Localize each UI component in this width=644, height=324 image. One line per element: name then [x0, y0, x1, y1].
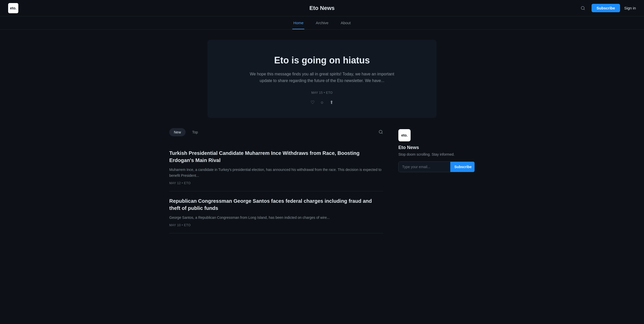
article-excerpt: George Santos, a Republican Congressman …: [169, 215, 383, 220]
nav-item-about[interactable]: About: [340, 17, 352, 29]
article-title[interactable]: Republican Congressman George Santos fac…: [169, 197, 383, 212]
feed-search-button[interactable]: [379, 130, 383, 135]
header-sign-in-button[interactable]: Sign in: [624, 6, 636, 10]
sidebar-subscribe-button[interactable]: Subscribe: [450, 162, 475, 172]
hero-actions: ♡ ○ ⬆: [218, 100, 426, 105]
comment-icon[interactable]: ○: [321, 100, 324, 105]
tab-top[interactable]: Top: [188, 128, 203, 136]
sidebar: eto. Eto News Stop doom scrolling. Stay …: [398, 128, 475, 233]
feed-tabs: New Top: [169, 128, 383, 136]
share-icon[interactable]: ⬆: [330, 100, 333, 105]
sidebar-tagline: Stop doom scrolling. Stay informed.: [398, 152, 475, 156]
hero-subtitle: We hope this message finds you all in gr…: [243, 71, 401, 84]
logo-area: eto.: [8, 3, 18, 13]
article-card: Republican Congressman George Santos fac…: [169, 191, 383, 233]
nav-item-archive[interactable]: Archive: [315, 17, 329, 29]
hero-section: Eto is going on hiatus We hope this mess…: [207, 40, 437, 118]
svg-line-1: [584, 9, 584, 10]
sidebar-logo-icon: eto.: [398, 129, 411, 141]
sidebar-title: Eto News: [398, 145, 475, 150]
svg-line-3: [382, 133, 382, 133]
article-meta: MAY 10 • ETO: [169, 223, 383, 227]
tab-new[interactable]: New: [169, 128, 186, 136]
main-content: New Top Turkish Presidential Candidate M…: [159, 128, 485, 233]
feed-area: New Top Turkish Presidential Candidate M…: [169, 128, 383, 233]
svg-point-0: [581, 6, 584, 9]
header-subscribe-button[interactable]: Subscribe: [592, 4, 620, 12]
top-header: eto. Eto News Subscribe Sign in: [0, 0, 644, 16]
header-search-button[interactable]: [578, 4, 587, 13]
article-card: Turkish Presidential Candidate Muharrem …: [169, 143, 383, 191]
tabs-left: New Top: [169, 128, 203, 136]
logo-icon[interactable]: eto.: [8, 3, 18, 13]
header-right: Subscribe Sign in: [578, 4, 636, 13]
article-excerpt: Muharrem Ince, a candidate in Turkey's p…: [169, 167, 383, 178]
site-title: Eto News: [309, 5, 334, 11]
hero-title: Eto is going on hiatus: [218, 55, 426, 66]
article-title[interactable]: Turkish Presidential Candidate Muharrem …: [169, 150, 383, 164]
nav-bar: Home Archive About: [0, 16, 644, 30]
hero-meta: MAY 15 • ETO: [218, 91, 426, 94]
like-icon[interactable]: ♡: [311, 100, 315, 105]
svg-point-2: [379, 130, 382, 133]
email-subscribe-form: Subscribe: [398, 161, 475, 172]
article-meta: MAY 12 • ETO: [169, 181, 383, 185]
email-input[interactable]: [399, 162, 450, 172]
nav-item-home[interactable]: Home: [292, 17, 304, 29]
